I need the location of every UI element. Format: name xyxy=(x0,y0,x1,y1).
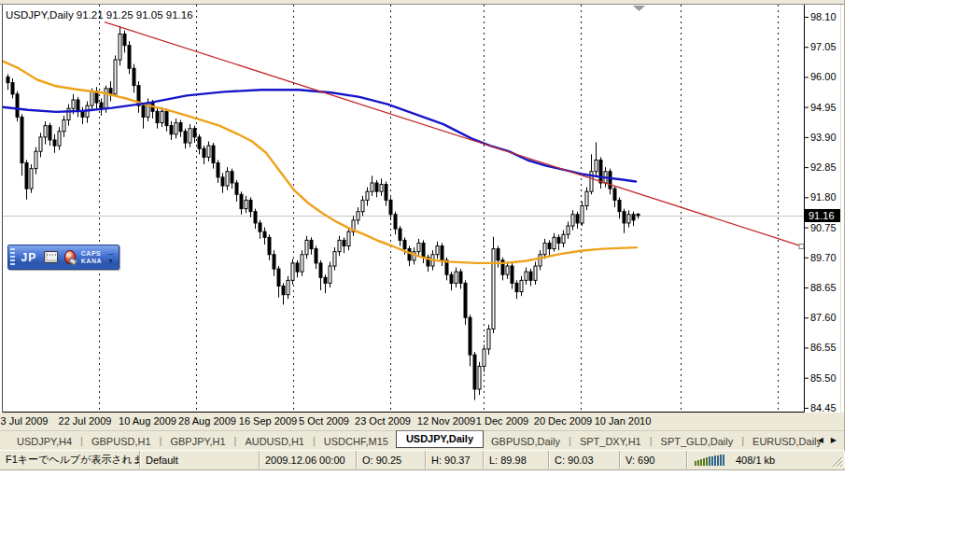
candle-body xyxy=(11,83,14,94)
language-bar-gripper[interactable] xyxy=(10,248,15,266)
tab-audusd-h1[interactable]: AUDUSD,H1 xyxy=(237,433,312,449)
tab-usdchf-m15[interactable]: USDCHF,M15 xyxy=(316,433,396,449)
candle-body xyxy=(175,123,177,134)
candle-body xyxy=(478,366,481,389)
time-axis-label: 5 Oct 2009 xyxy=(299,415,349,427)
time-axis-label: 16 Sep 2009 xyxy=(239,415,297,427)
candle-body xyxy=(263,231,266,237)
tab-gbpusd-daily[interactable]: GBPUSD,Daily xyxy=(484,433,568,449)
candle-body xyxy=(133,68,135,85)
candle-body xyxy=(469,317,471,355)
time-axis[interactable]: 3 Jul 200922 Jul 200910 Aug 200928 Aug 2… xyxy=(0,413,844,431)
candle-body xyxy=(487,329,490,349)
candle-body xyxy=(347,231,350,245)
connection-traffic: 408/1 kb xyxy=(736,455,775,466)
candle-body xyxy=(534,266,537,280)
minimize-icon[interactable]: — xyxy=(107,250,114,258)
status-low: L: 89.98 xyxy=(484,451,549,469)
candle-body xyxy=(287,280,289,294)
candle-body xyxy=(483,349,485,366)
candle-body xyxy=(249,200,252,211)
candle-body xyxy=(296,263,299,272)
language-bar-controls[interactable]: — ▼ xyxy=(105,250,117,265)
candle-body xyxy=(81,111,84,117)
candle-body xyxy=(114,60,117,94)
candle-body xyxy=(25,163,28,189)
price-axis-label: 94.95 xyxy=(810,102,836,113)
tab-eurusd-daily[interactable]: EURUSD,Daily xyxy=(745,433,829,449)
time-axis-label: 10 Jan 2010 xyxy=(595,415,652,427)
kana-label[interactable]: KANA xyxy=(81,258,102,265)
time-axis-label: 10 Aug 2009 xyxy=(119,415,176,427)
candle-body xyxy=(301,255,303,272)
candle-body xyxy=(254,212,257,223)
candle-body xyxy=(343,240,345,245)
candle-body xyxy=(357,212,359,220)
candle-body xyxy=(581,206,583,223)
candle-body xyxy=(7,77,9,82)
candle-body xyxy=(77,100,79,111)
status-profile[interactable]: Default xyxy=(140,451,260,469)
candle-body xyxy=(464,283,467,317)
tab-usdjpy-h4[interactable]: USDJPY,H4 xyxy=(9,433,79,449)
resize-grip[interactable] xyxy=(830,455,843,468)
candle-body xyxy=(595,160,598,171)
candle-body xyxy=(599,160,602,183)
chart-region: 98.1097.0596.0094.9593.9092.8591.8090.75… xyxy=(0,5,844,413)
candle-body xyxy=(506,266,509,274)
candle-body xyxy=(198,137,201,148)
time-axis-label: 20 Dec 2009 xyxy=(534,415,592,427)
candle-body xyxy=(319,263,322,277)
candle-body xyxy=(511,266,513,283)
candle-body xyxy=(235,183,238,194)
candle-body xyxy=(142,105,145,117)
candle-body xyxy=(291,263,294,280)
tab-spt-gld-daily[interactable]: SPT_GLD,Daily xyxy=(654,433,741,449)
candle-body xyxy=(282,286,285,294)
candle-body xyxy=(100,103,103,108)
candle-body xyxy=(585,191,588,205)
mt4-window: 98.1097.0596.0094.9593.9092.8591.8090.75… xyxy=(0,0,845,470)
candle-body xyxy=(618,200,621,211)
price-axis-label: 98.10 xyxy=(810,11,836,22)
candle-body xyxy=(35,151,37,168)
tabs-scroll-left-button[interactable]: ◀ xyxy=(818,434,823,447)
candle-body xyxy=(553,237,555,248)
candle-body xyxy=(529,272,532,280)
keyboard-icon[interactable] xyxy=(44,251,58,263)
candle-body xyxy=(119,34,121,60)
tabs-scroll-right-button[interactable]: ▶ xyxy=(831,434,836,447)
candle-body xyxy=(324,277,327,283)
caps-label[interactable]: CAPS xyxy=(81,250,102,258)
ma-slow-blue xyxy=(3,90,636,181)
candle-body xyxy=(338,240,341,251)
candle-body xyxy=(632,215,635,220)
trendline-handle[interactable] xyxy=(799,245,804,249)
candle-body xyxy=(203,148,205,157)
candle-body xyxy=(207,146,210,157)
status-bar: F1キーでヘルプが表示されます Default 2009.12.06 00:00… xyxy=(0,450,844,469)
tab-gbpusd-h1[interactable]: GBPUSD,H1 xyxy=(84,433,159,449)
trendline[interactable] xyxy=(105,22,801,246)
status-help-text: F1キーでヘルプが表示されます xyxy=(0,451,140,469)
candle-body xyxy=(623,212,626,223)
price-chart-svg[interactable]: 98.1097.0596.0094.9593.9092.8591.8090.75… xyxy=(0,5,844,413)
time-axis-label: 23 Oct 2009 xyxy=(355,415,411,427)
candle-body xyxy=(571,215,574,226)
candle-body xyxy=(389,200,392,214)
candle-body xyxy=(375,183,378,191)
candle-body xyxy=(221,177,224,186)
options-arrow-icon[interactable]: ▼ xyxy=(107,258,114,265)
candle-body xyxy=(436,246,439,255)
tab-usdjpy-daily[interactable]: USDJPY,Daily xyxy=(396,430,484,448)
candle-body xyxy=(53,140,56,146)
ime-mode-labels[interactable]: CAPS KANA xyxy=(78,250,105,265)
ime-icon[interactable] xyxy=(64,250,76,264)
candle-body xyxy=(543,243,546,254)
language-bar[interactable]: JP CAPS KANA — ▼ xyxy=(7,245,120,270)
tab-gbpjpy-h1[interactable]: GBPJPY,H1 xyxy=(162,433,232,449)
language-indicator[interactable]: JP xyxy=(18,251,41,264)
price-axis-label: 88.65 xyxy=(810,282,836,293)
tab-spt-dxy-h1[interactable]: SPT_DXY,H1 xyxy=(572,433,649,449)
price-axis-label: 97.05 xyxy=(810,41,836,52)
